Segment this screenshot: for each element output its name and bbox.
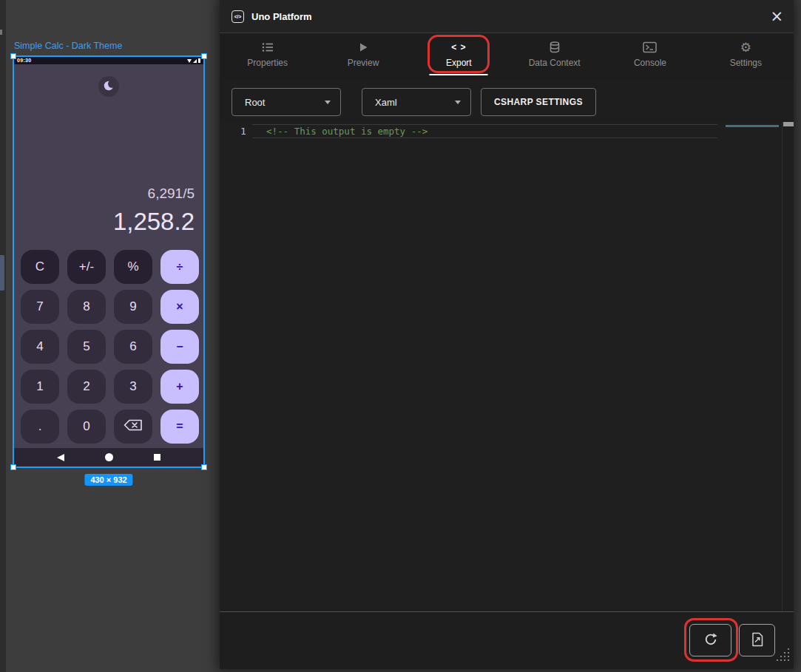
export-toolbar: Root Xaml CSHARP SETTINGS	[220, 81, 794, 122]
calc-key-dot[interactable]: .	[21, 410, 59, 444]
close-icon[interactable]: ×	[770, 6, 783, 27]
calc-display: 6,291/5 1,258.2	[113, 184, 195, 238]
calc-result: 1,258.2	[113, 206, 195, 238]
nav-recents-icon[interactable]	[154, 454, 160, 461]
terminal-icon	[643, 40, 657, 55]
nav-home-icon[interactable]	[105, 453, 113, 461]
selection-handle-bottom-right[interactable]	[201, 464, 207, 470]
frame-size-badge: 430 × 932	[84, 474, 132, 486]
nav-back-icon[interactable]	[57, 454, 64, 461]
play-icon	[357, 40, 369, 55]
csharp-settings-button[interactable]: CSHARP SETTINGS	[481, 88, 596, 116]
code-editor[interactable]: 1 <!-- This output is empty -->	[220, 122, 794, 611]
battery-icon	[198, 58, 200, 63]
calc-keypad: C +/- % ÷ 7 8 9 × 4 5 6 − 1 2 3 + . 0 =	[21, 250, 199, 444]
panel-title: Uno Platform	[251, 11, 312, 22]
calc-key-7[interactable]: 7	[21, 290, 59, 324]
canvas-left-edge	[0, 0, 6, 672]
refresh-icon	[703, 632, 718, 649]
backspace-icon	[124, 419, 143, 435]
status-time: 09:30	[17, 57, 31, 64]
calc-expression: 6,291/5	[113, 184, 195, 203]
gear-icon: ⚙	[740, 40, 751, 55]
minimap-code-line	[726, 125, 779, 127]
calc-key-8[interactable]: 8	[67, 290, 106, 324]
canvas-edge-object	[0, 255, 4, 291]
calc-key-0[interactable]: 0	[67, 410, 106, 444]
active-tab-underline	[430, 74, 488, 76]
tab-preview[interactable]: Preview	[315, 33, 410, 81]
tab-console[interactable]: Console	[602, 33, 697, 81]
calculator-frame[interactable]: 09:30 6,291/5 1,258.2 C +/- % ÷ 7 8 9 × …	[13, 55, 205, 468]
tab-properties[interactable]: Properties	[220, 33, 315, 81]
moon-icon	[101, 78, 116, 95]
calc-key-divide[interactable]: ÷	[160, 250, 199, 284]
tab-bar: Properties Preview < > Export Data Conte…	[220, 33, 794, 81]
chevron-down-icon	[325, 101, 331, 104]
calc-key-equals[interactable]: =	[160, 410, 199, 444]
phone-status-bar: 09:30	[14, 57, 203, 64]
tab-settings[interactable]: ⚙ Settings	[698, 33, 794, 81]
android-nav-bar	[14, 448, 203, 466]
minimap-divider	[782, 122, 783, 611]
calc-key-add[interactable]: +	[160, 370, 199, 404]
calc-key-3[interactable]: 3	[114, 370, 152, 404]
selection-handle-top-right[interactable]	[201, 53, 207, 59]
frame-title[interactable]: Simple Calc - Dark Theme	[14, 41, 122, 51]
calc-key-6[interactable]: 6	[114, 330, 152, 364]
panel-header: </> Uno Platform ×	[220, 0, 794, 33]
theme-toggle-button[interactable]	[98, 76, 119, 97]
calc-key-subtract[interactable]: −	[160, 330, 199, 364]
code-brackets-icon: < >	[451, 40, 466, 55]
canvas-edge-notch	[0, 30, 2, 35]
calc-key-clear[interactable]: C	[21, 250, 59, 284]
format-dropdown[interactable]: Xaml	[362, 88, 471, 116]
file-export-icon	[751, 632, 764, 649]
tab-data-context[interactable]: Data Context	[507, 33, 602, 81]
scope-dropdown[interactable]: Root	[231, 88, 341, 116]
calc-key-percent[interactable]: %	[114, 250, 152, 284]
properties-list-icon	[261, 40, 274, 55]
calc-key-backspace[interactable]	[114, 410, 152, 444]
tab-export[interactable]: < > Export	[411, 33, 507, 81]
calc-key-1[interactable]: 1	[21, 370, 59, 404]
chevron-down-icon	[455, 101, 461, 104]
panel-bottom-bar	[220, 611, 794, 669]
calc-key-5[interactable]: 5	[67, 330, 106, 364]
uno-platform-panel: </> Uno Platform × Properties Preview < …	[220, 0, 794, 669]
refresh-button[interactable]	[689, 624, 731, 656]
resize-grip[interactable]	[775, 648, 790, 665]
database-icon	[548, 40, 561, 55]
selection-handle-top-left[interactable]	[10, 53, 16, 59]
calc-key-9[interactable]: 9	[114, 290, 152, 324]
export-file-button[interactable]	[739, 624, 775, 656]
line-number: 1	[237, 124, 249, 138]
editor-scrollbar-thumb[interactable]	[783, 122, 794, 126]
current-line-highlight: <!-- This output is empty -->	[252, 124, 717, 138]
uno-platform-logo-icon: </>	[231, 10, 244, 23]
wifi-icon	[187, 59, 192, 63]
signal-icon	[193, 59, 197, 63]
calc-key-4[interactable]: 4	[21, 330, 59, 364]
calc-key-2[interactable]: 2	[67, 370, 106, 404]
calc-key-multiply[interactable]: ×	[160, 290, 199, 324]
selection-handle-bottom-left[interactable]	[10, 464, 16, 470]
code-line-1: <!-- This output is empty -->	[252, 125, 717, 138]
calc-key-plusminus[interactable]: +/-	[67, 250, 106, 284]
